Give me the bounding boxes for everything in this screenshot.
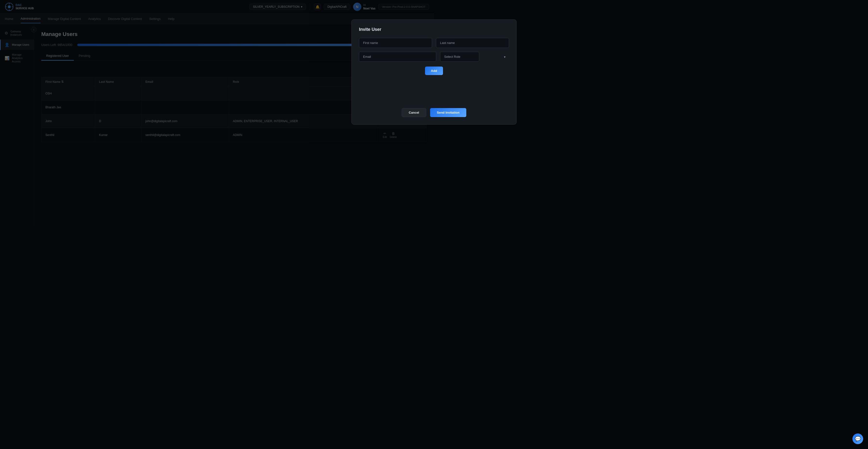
send-invitation-button[interactable]: Send Invitation	[430, 108, 434, 117]
modal-form: Select Role ADMIN ENTERPRISE_USER INTERN…	[359, 38, 434, 75]
cancel-button[interactable]: Cancel	[402, 108, 426, 117]
modal-email-role-row: Select Role ADMIN ENTERPRISE_USER INTERN…	[359, 52, 434, 62]
invite-user-modal: Invite User Select Role ADMIN ENTERPRISE…	[351, 20, 434, 125]
first-name-input[interactable]	[359, 38, 432, 48]
modal-overlay[interactable]: Invite User Select Role ADMIN ENTERPRISE…	[0, 0, 434, 225]
modal-footer: Cancel Send Invitation	[359, 108, 434, 117]
add-button[interactable]: Add	[425, 67, 434, 75]
add-btn-row: Add	[359, 66, 434, 75]
modal-name-row	[359, 38, 434, 48]
modal-title: Invite User	[359, 27, 434, 32]
email-input[interactable]	[359, 52, 434, 62]
added-users-section	[359, 79, 434, 89]
